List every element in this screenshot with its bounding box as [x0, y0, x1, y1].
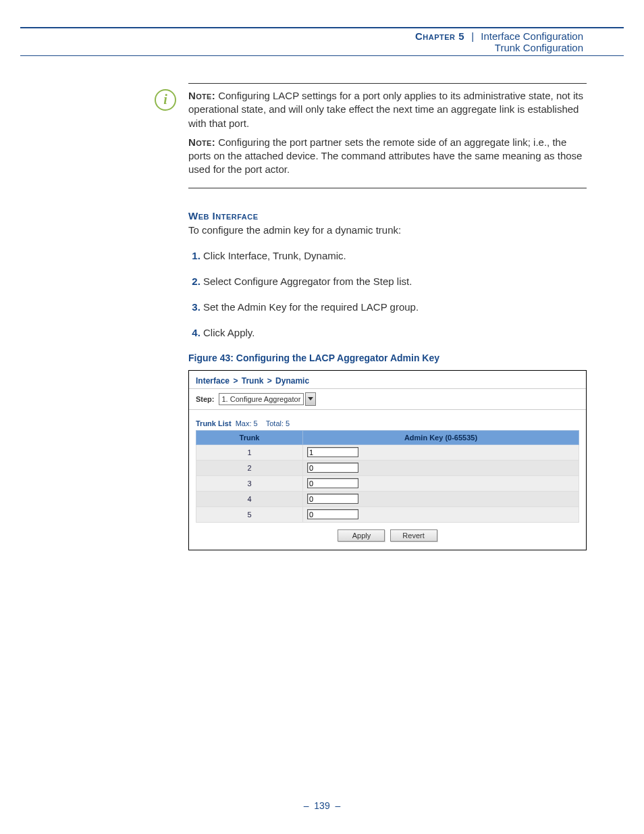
table-row: 5	[196, 506, 579, 522]
admin-key-input[interactable]	[307, 447, 358, 457]
admin-key-input[interactable]	[307, 463, 358, 473]
step-item: Click Apply.	[203, 326, 587, 340]
breadcrumb-sep: >	[267, 376, 272, 386]
page-footer: – 139 –	[0, 800, 644, 831]
breadcrumb-item[interactable]: Dynamic	[275, 376, 309, 386]
figure-caption: Figure 43: Configuring the LACP Aggregat…	[188, 353, 587, 363]
page-header: Chapter 5 | Interface Configuration Trun…	[0, 30, 644, 55]
header-chapter: Chapter 5	[415, 30, 464, 42]
step-label: Step:	[196, 395, 215, 403]
table-row: 3	[196, 475, 579, 491]
breadcrumb-sep: >	[233, 376, 238, 386]
trunk-list-meta: Trunk List Max: 5 Total: 5	[189, 410, 586, 430]
admin-cell	[303, 444, 579, 460]
step-item: Select Configure Aggregator from the Ste…	[203, 275, 587, 288]
admin-key-input[interactable]	[307, 509, 358, 519]
step-row: Step: 1. Configure Aggregator	[189, 388, 586, 410]
table-row: 1	[196, 444, 579, 460]
trunk-cell: 3	[196, 475, 303, 491]
col-admin-key: Admin Key (0-65535)	[303, 430, 579, 444]
note-paragraph-1: Note: Configuring LACP settings for a po…	[188, 89, 587, 130]
header-bottom-rule	[20, 55, 624, 56]
header-top-rule	[20, 27, 624, 28]
breadcrumb-item[interactable]: Interface	[196, 376, 230, 386]
web-interface-intro: To configure the admin key for a dynamic…	[188, 223, 587, 237]
trunk-cell: 5	[196, 506, 303, 522]
web-interface-heading: Web Interface	[188, 210, 587, 221]
page-number: 139	[314, 800, 329, 811]
trunk-list-max-value: 5	[254, 419, 258, 427]
table-row: 4	[196, 491, 579, 506]
admin-cell	[303, 460, 579, 475]
trunk-list-label: Trunk List	[196, 419, 232, 427]
note-text-2: Configuring the port partner sets the re…	[188, 136, 582, 176]
admin-key-input[interactable]	[307, 494, 358, 504]
col-trunk: Trunk	[196, 430, 303, 444]
dropdown-button[interactable]	[305, 392, 316, 406]
trunk-list-max-label: Max:	[236, 419, 252, 427]
trunk-cell: 2	[196, 460, 303, 475]
note-label: Note:	[188, 136, 215, 148]
admin-cell	[303, 491, 579, 506]
step-select[interactable]: 1. Configure Aggregator	[219, 392, 317, 406]
apply-button[interactable]: Apply	[338, 529, 385, 542]
footer-dash: –	[335, 800, 340, 811]
footer-dash: –	[304, 800, 309, 811]
admin-key-input[interactable]	[307, 478, 358, 488]
table-row: 2	[196, 460, 579, 475]
note-paragraph-2: Note: Configuring the port partner sets …	[188, 136, 587, 177]
note-block: i Note: Configuring LACP settings for a …	[188, 83, 587, 188]
step-item: Set the Admin Key for the required LACP …	[203, 301, 587, 314]
note-label: Note:	[188, 90, 215, 101]
trunk-list-total-label: Total:	[266, 419, 284, 427]
header-section: Interface Configuration	[481, 30, 583, 42]
trunk-cell: 4	[196, 491, 303, 506]
steps-list: Click Interface, Trunk, Dynamic. Select …	[188, 249, 587, 340]
trunk-cell: 1	[196, 444, 303, 460]
admin-cell	[303, 506, 579, 522]
note-text-1: Configuring LACP settings for a port onl…	[188, 90, 583, 129]
breadcrumb: Interface > Trunk > Dynamic	[189, 371, 586, 388]
step-select-value: 1. Configure Aggregator	[219, 393, 304, 405]
trunk-table: Trunk Admin Key (0-65535) 1 2 3	[196, 430, 579, 523]
step-item: Click Interface, Trunk, Dynamic.	[203, 249, 587, 263]
trunk-list-total-value: 5	[286, 419, 290, 427]
breadcrumb-item[interactable]: Trunk	[242, 376, 264, 386]
chevron-down-icon	[308, 397, 313, 400]
admin-cell	[303, 475, 579, 491]
button-row: Apply Revert	[189, 523, 586, 550]
header-subsection: Trunk Configuration	[495, 42, 583, 53]
revert-button[interactable]: Revert	[390, 529, 437, 542]
info-icon: i	[155, 89, 176, 111]
header-pipe: |	[471, 30, 474, 42]
screenshot-panel: Interface > Trunk > Dynamic Step: 1. Con…	[188, 370, 587, 550]
